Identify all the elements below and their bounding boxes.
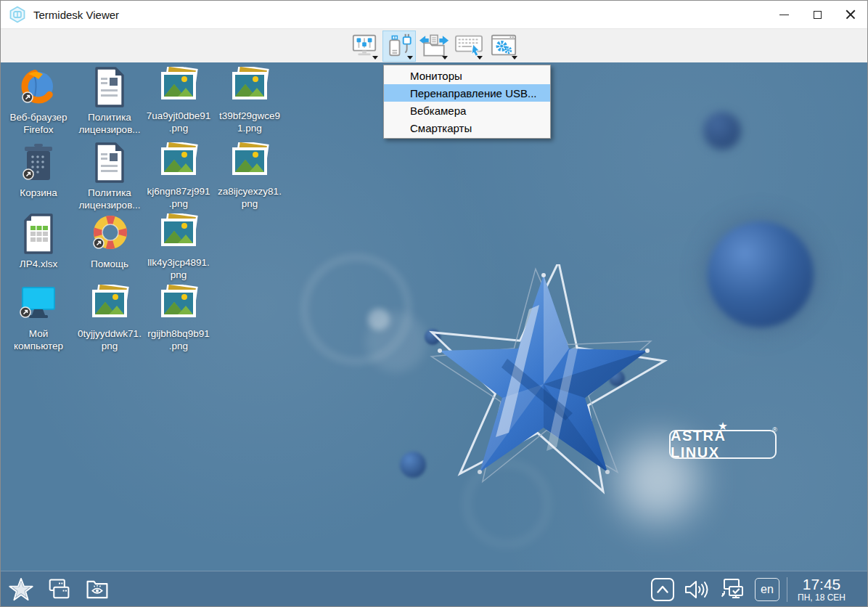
titlebar: Termidesk Viewer: [1, 1, 867, 28]
desktop-icon-spreadsheet[interactable]: ЛР4.xlsx: [4, 213, 73, 270]
spreadsheet-icon: [22, 213, 55, 254]
termidesk-viewer-window: Termidesk Viewer: [0, 0, 868, 607]
desktop-icon-label: Политика лицензиров...: [78, 111, 140, 137]
menu-item-usb-redirect[interactable]: Перенаправление USB...: [384, 84, 550, 102]
wallpaper-sphere-blurred: [703, 112, 741, 150]
desktop-icon-label: rgijbh8bq9b91 .png: [147, 327, 210, 353]
taskbar-tray: en 17:45 ПН, 18 СЕН: [650, 577, 867, 603]
desktop-icon-label: 0tyjjyyddwk71. png: [78, 327, 142, 353]
tray-separator: [787, 577, 787, 602]
desktop-icon-image[interactable]: rgijbh8bq9b91 .png: [144, 285, 213, 353]
desktop-icon-document[interactable]: Политика лицензиров...: [75, 67, 144, 137]
image-file-icon: [229, 142, 270, 182]
wallpaper-sphere-large: [708, 221, 814, 327]
monitor-icon: [17, 285, 60, 324]
image-file-icon: [158, 142, 199, 182]
desktop-icon-label: Веб-браузер Firefox: [10, 111, 67, 137]
maximize-icon: [814, 11, 822, 19]
desktop-icon-label: Мой компьютер: [14, 327, 63, 353]
network-displays-icon: [717, 577, 748, 603]
tray-expand-button[interactable]: [650, 577, 675, 602]
chevron-down-icon: [372, 56, 378, 60]
image-file-icon: [158, 67, 199, 106]
clock-date: ПН, 18 СЕН: [798, 593, 846, 603]
desktop-icon-label: kj6ngn87zj991 .png: [147, 185, 210, 211]
maximize-button[interactable]: [801, 1, 834, 28]
astra-logo-reg: ®: [772, 426, 777, 433]
desktop-icon-image[interactable]: t39bf29gwce9 1.png: [215, 67, 284, 135]
language-indicator[interactable]: en: [755, 578, 779, 601]
chevron-down-icon: [442, 56, 448, 60]
clock[interactable]: 17:45 ПН, 18 СЕН: [795, 577, 848, 603]
document-icon: [93, 142, 126, 183]
menu-item-monitors[interactable]: Мониторы: [384, 67, 550, 84]
image-file-icon: [229, 67, 270, 106]
file-manager-button[interactable]: [83, 577, 111, 603]
remote-desktop-surface[interactable]: ★ ASTRA LINUX ® Веб-браузер Firefox: [1, 62, 867, 571]
taskbar: en 17:45 ПН, 18 СЕН: [1, 571, 867, 607]
folder-eye-icon: [83, 577, 111, 603]
document-icon: [93, 67, 126, 107]
trash-icon: [20, 142, 57, 183]
taskbar-left: [1, 577, 111, 603]
desktop-icon-label: ЛР4.xlsx: [20, 258, 57, 270]
volume-button[interactable]: [682, 577, 710, 602]
start-star-icon: [8, 577, 34, 603]
start-menu-button[interactable]: [8, 577, 34, 603]
image-file-icon: [158, 285, 199, 324]
clock-time: 17:45: [798, 577, 846, 592]
viewer-toolbar: [1, 28, 867, 62]
chevron-down-icon: [407, 56, 413, 60]
lifebuoy-icon: [89, 213, 130, 254]
display-settings-button[interactable]: [348, 30, 381, 62]
desktop-icon-trash[interactable]: Корзина: [4, 142, 73, 199]
lens-flare-spot: [368, 309, 390, 330]
usb-dropdown-menu: Мониторы Перенаправление USB... Вебкамер…: [383, 65, 551, 139]
chevron-down-icon: [477, 56, 483, 60]
window-list-icon: [45, 577, 73, 603]
menu-item-smartcards[interactable]: Смарткарты: [384, 119, 550, 137]
window-title: Termidesk Viewer: [33, 9, 119, 21]
desktop-icon-help[interactable]: Помощь: [75, 213, 144, 270]
file-transfer-button[interactable]: [417, 30, 451, 62]
window-list-button[interactable]: [45, 577, 73, 603]
desktop-icon-label: Помощь: [91, 258, 128, 270]
chevron-up-icon: [650, 577, 675, 602]
desktop-icon-image[interactable]: za8ijcyexzy81. png: [215, 142, 284, 211]
minimize-button[interactable]: [767, 1, 801, 28]
volume-icon: [682, 577, 710, 602]
termidesk-logo-icon: [9, 6, 26, 23]
usb-redirect-button[interactable]: [382, 30, 416, 62]
image-file-icon: [89, 285, 130, 324]
desktop-icon-my-computer[interactable]: Мой компьютер: [4, 285, 73, 353]
astra-star-wallpaper: [420, 264, 671, 504]
desktop-icon-label: llk4y3jcp4891. png: [147, 256, 210, 282]
desktop-icon-image[interactable]: 0tyjjyyddwk71. png: [75, 285, 144, 353]
desktop-icon-document[interactable]: Политика лицензиров...: [75, 142, 144, 212]
keyboard-shortcut-button[interactable]: [452, 30, 486, 62]
desktop-icon-label: za8ijcyexzy81. png: [218, 185, 282, 211]
desktop-icon-label: Корзина: [20, 187, 57, 199]
close-button[interactable]: [834, 1, 867, 28]
astra-logo-star-icon: ★: [718, 420, 727, 433]
session-settings-button[interactable]: [487, 30, 520, 62]
minimize-icon: [779, 15, 789, 15]
window-controls: [767, 1, 867, 28]
firefox-icon: [18, 67, 59, 107]
astra-linux-logo: ★ ASTRA LINUX ®: [669, 430, 777, 459]
desktop-icon-image[interactable]: 7ua9yjt0dbe91 .png: [144, 67, 213, 135]
desktop-icon-label: Политика лицензиров...: [78, 187, 140, 212]
menu-item-webcam[interactable]: Вебкамера: [384, 102, 550, 119]
desktop-icon-label: t39bf29gwce9 1.png: [219, 110, 280, 135]
desktop-icon-label: 7ua9yjt0dbe91 .png: [147, 110, 211, 135]
desktop-icon-firefox[interactable]: Веб-браузер Firefox: [4, 67, 73, 137]
close-icon: [846, 9, 856, 20]
network-button[interactable]: [717, 577, 748, 603]
desktop-icon-image[interactable]: llk4y3jcp4891. png: [144, 213, 213, 282]
image-file-icon: [158, 213, 199, 253]
chevron-down-icon: [512, 56, 517, 60]
desktop-icon-image[interactable]: kj6ngn87zj991 .png: [144, 142, 213, 211]
